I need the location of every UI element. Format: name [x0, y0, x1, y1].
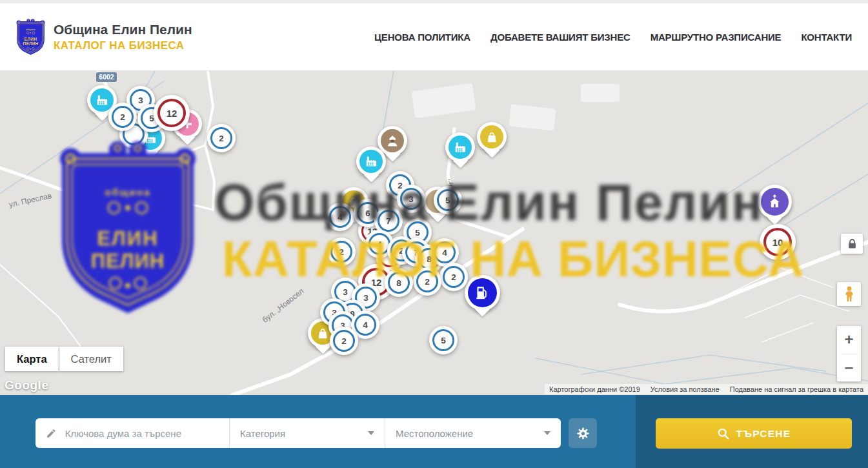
bag-icon	[480, 125, 503, 148]
municipality-crest-logo[interactable]: община ЕЛИН ПЕЛИН	[15, 18, 46, 56]
search-fields-box: Категория Местоположение	[35, 418, 561, 448]
cluster-marker[interactable]: 5	[429, 326, 458, 354]
pegman-street-view-button[interactable]	[837, 282, 861, 306]
lock-icon[interactable]	[841, 234, 863, 254]
factory-icon	[90, 88, 114, 112]
advanced-search-gear-button[interactable]	[569, 418, 597, 448]
cluster-marker[interactable]: 2	[413, 267, 441, 296]
attribution-report-link[interactable]: Подаване на сигнал за грешка в картата	[730, 385, 863, 393]
map-attribution: Картографски данни ©2019 Условия за полз…	[545, 384, 868, 394]
keyword-field-wrap	[35, 418, 229, 448]
street-label: ул. Преслав	[8, 191, 53, 209]
cluster-marker[interactable]: 5	[434, 186, 462, 214]
category-select-label: Категория	[240, 428, 285, 439]
top-strip	[0, 0, 868, 3]
nav-pricing-policy[interactable]: ЦЕНОВА ПОЛИТИКА	[374, 32, 470, 43]
attribution-data: Картографски данни ©2019	[549, 385, 640, 393]
search-button-label: ТЪРСЕНЕ	[736, 428, 791, 440]
zoom-control: + −	[837, 326, 861, 382]
cluster-marker[interactable]: 4	[326, 203, 354, 231]
fuel-icon	[468, 278, 497, 307]
church-pin-marker[interactable]	[758, 185, 792, 219]
factory-icon	[359, 150, 383, 173]
fuel-pin-marker[interactable]	[465, 275, 500, 310]
factory-icon	[449, 136, 472, 159]
cluster-marker[interactable]: 2	[207, 124, 236, 152]
nav-route-schedule[interactable]: МАРШРУТНО РАЗПИСАНИЕ	[651, 32, 782, 43]
nav-add-your-business[interactable]: ДОБАВЕТЕ ВАШИЯТ БИЗНЕС	[490, 32, 631, 43]
road-number-badge: 6002	[96, 72, 117, 82]
cluster-marker[interactable]: 8	[385, 269, 413, 297]
site-subtitle: КАТАЛОГ НА БИЗНЕСА	[54, 39, 192, 52]
church-icon	[761, 188, 789, 216]
search-button[interactable]: ТЪРСЕНЕ	[656, 418, 852, 449]
search-icon	[717, 427, 729, 440]
search-bar-right-panel: ТЪРСЕНЕ	[636, 395, 868, 468]
factory-pin-marker[interactable]	[356, 147, 386, 176]
factory-pin-marker[interactable]	[445, 132, 475, 162]
zoom-out-button[interactable]: −	[837, 354, 861, 382]
location-select[interactable]: Местоположение	[385, 418, 561, 448]
header: община ЕЛИН ПЕЛИН Община Елин Пелин КАТА…	[0, 0, 868, 71]
page: община ЕЛИН ПЕЛИН Община Елин Пелин КАТА…	[0, 0, 868, 468]
cluster-marker[interactable]: 10	[760, 224, 796, 260]
gear-icon	[576, 426, 590, 441]
cluster-marker[interactable]: 2	[330, 327, 358, 355]
cluster-marker[interactable]: 2	[108, 103, 137, 131]
pencil-icon	[46, 427, 57, 440]
cluster-marker[interactable]: 2	[327, 238, 356, 266]
map-markers-layer: 60021ул. Преславбул. „Новоселции"1332512…	[0, 71, 868, 395]
worker-icon	[381, 129, 404, 152]
keyword-search-input[interactable]	[64, 427, 219, 440]
google-logo[interactable]: Google	[5, 378, 48, 392]
map-type-control: Карта Сателит	[5, 347, 123, 371]
brand-block[interactable]: Община Елин Пелин КАТАЛОГ НА БИЗНЕСА	[54, 21, 192, 52]
category-select[interactable]: Категория	[229, 418, 385, 448]
map-type-map-button[interactable]: Карта	[5, 347, 59, 371]
main-nav: ЦЕНОВА ПОЛИТИКА ДОБАВЕТЕ ВАШИЯТ БИЗНЕС М…	[374, 32, 852, 43]
location-select-label: Местоположение	[396, 428, 473, 439]
nav-contacts[interactable]: КОНТАКТИ	[801, 32, 852, 43]
cluster-marker[interactable]: 12	[154, 95, 190, 131]
map-canvas[interactable]: 60021ул. Преславбул. „Новоселции"1332512…	[0, 71, 868, 395]
svg-text:община: община	[26, 28, 35, 30]
cluster-marker[interactable]: 2	[439, 263, 468, 291]
map-type-satellite-button[interactable]: Сателит	[59, 347, 123, 371]
bag-pin-marker[interactable]	[477, 122, 507, 152]
svg-text:ПЕЛИН: ПЕЛИН	[23, 41, 39, 46]
attribution-terms-link[interactable]: Условия за ползване	[651, 385, 720, 393]
site-title: Община Елин Пелин	[54, 21, 192, 38]
search-bar: ТЪРСЕНЕ Категория Местоположение	[0, 395, 868, 468]
svg-text:ЕЛИН: ЕЛИН	[25, 36, 37, 41]
street-label: бул. „Новосел	[261, 287, 306, 325]
chevron-down-icon	[544, 431, 550, 435]
cluster-marker[interactable]: 3	[397, 185, 425, 213]
zoom-in-button[interactable]: +	[837, 326, 861, 354]
chevron-down-icon	[368, 431, 374, 435]
